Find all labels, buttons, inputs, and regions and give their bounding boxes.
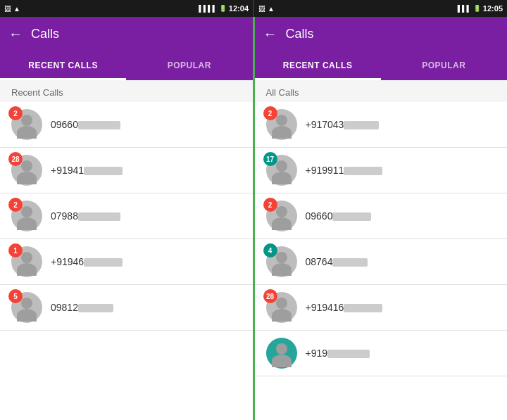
status-bar-left: 🖼 ▲ ▌▌▌▌ 🔋 12:04 [0,0,253,17]
avatar-container [266,338,297,369]
right-time-icons: ▌▌▌ 🔋 12:05 [458,4,503,13]
badge: 28 [263,289,277,303]
call-number: +917043 [306,119,496,130]
avatar-container: 28 [266,292,297,323]
right-call-list: 2 +917043 17 +919911 2 09660 [255,102,508,420]
avatar-container: 28 [11,155,42,186]
call-number: 07988 [51,210,242,222]
call-number: 09812 [51,302,242,313]
left-tabs: RECENT CALLS POPULAR [0,51,253,80]
badge: 2 [263,198,277,212]
badge: 2 [8,106,23,120]
list-item[interactable]: 1 +91946 [0,239,253,285]
right-section-label: All Calls [255,80,508,102]
avatar-container: 2 [266,201,297,231]
left-header-title: Calls [31,27,59,42]
right-tab-recent[interactable]: RECENT CALLS [255,51,381,80]
badge: 2 [8,198,23,212]
left-header: ← Calls [0,17,253,51]
list-item[interactable]: 4 08764 [255,239,508,285]
signal-icon: ▌▌▌▌ [199,5,217,12]
call-number: 08764 [306,256,496,267]
avatar-container: 2 [266,109,297,140]
left-tab-recent[interactable]: RECENT CALLS [0,51,126,80]
right-status-icons: 🖼 ▲ [258,5,275,13]
main-content: ← Calls RECENT CALLS POPULAR Recent Call… [0,17,507,420]
badge: 1 [8,243,23,257]
right-time: 12:05 [483,4,503,13]
call-number: +919 [306,348,496,359]
wifi-icon-right: ▲ [268,5,275,13]
left-status-icons: 🖼 ▲ [4,5,20,13]
avatar-container: 2 [11,109,42,140]
left-call-list: 2 09660 28 +91941 2 07988 [0,102,253,420]
avatar [266,338,297,369]
left-time: 12:04 [229,4,249,13]
left-time-icons: ▌▌▌▌ 🔋 12:04 [199,4,249,13]
list-item[interactable]: +919 [255,331,508,376]
call-number: 09660 [51,119,242,130]
wifi-icon: ▲ [13,5,20,13]
right-back-button[interactable]: ← [263,26,277,42]
badge: 5 [8,289,23,303]
status-bar-right: 🖼 ▲ ▌▌▌ 🔋 12:05 [254,0,507,17]
avatar-container: 2 [11,201,42,231]
left-section-label: Recent Calls [0,80,253,102]
badge: 2 [263,106,277,120]
list-item[interactable]: 28 +91941 [0,148,253,193]
avatar-container: 1 [11,246,42,277]
list-item[interactable]: 2 +917043 [255,102,508,148]
avatar-container: 4 [266,246,297,277]
avatar-container: 17 [266,155,297,186]
right-tabs: RECENT CALLS POPULAR [255,51,508,80]
left-tab-popular[interactable]: POPULAR [126,51,252,80]
signal-icon-right: ▌▌▌ [458,5,471,12]
call-number: 09660 [306,210,496,222]
call-number: +919911 [306,165,496,176]
right-tab-popular[interactable]: POPULAR [381,51,507,80]
battery-icon: 🔋 [219,5,227,12]
status-bar: 🖼 ▲ ▌▌▌▌ 🔋 12:04 🖼 ▲ ▌▌▌ 🔋 12:05 [0,0,507,17]
list-item[interactable]: 2 09660 [255,193,508,239]
badge: 28 [8,152,23,166]
notification-icon-right: 🖼 [258,5,265,13]
list-item[interactable]: 2 07988 [0,193,253,239]
list-item[interactable]: 28 +919416 [255,285,508,331]
call-number: +91946 [51,256,242,267]
notification-icon: 🖼 [4,5,11,13]
right-header: ← Calls [255,17,508,51]
list-item[interactable]: 2 09660 [0,102,253,148]
left-panel: ← Calls RECENT CALLS POPULAR Recent Call… [0,17,255,420]
call-number: +91941 [51,165,242,176]
battery-icon-right: 🔋 [473,5,481,12]
avatar-container: 5 [11,292,42,323]
call-number: +919416 [306,302,496,313]
list-item[interactable]: 17 +919911 [255,148,508,193]
left-back-button[interactable]: ← [8,26,23,42]
right-header-title: Calls [286,27,314,42]
badge: 17 [263,152,277,166]
right-panel: ← Calls RECENT CALLS POPULAR All Calls 2… [255,17,508,420]
badge: 4 [263,243,277,257]
list-item[interactable]: 5 09812 [0,285,253,331]
